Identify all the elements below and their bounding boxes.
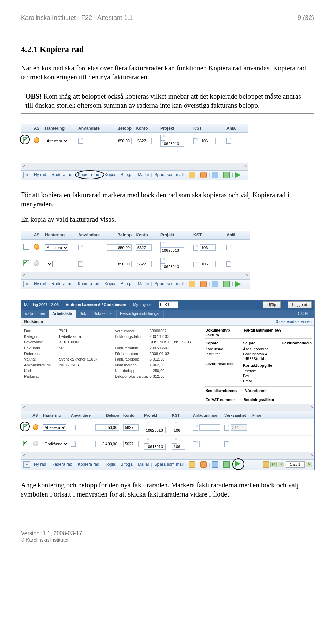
- relaterade-link[interactable]: 0 relaterade ärenden: [276, 319, 312, 324]
- kst-input[interactable]: [200, 261, 216, 267]
- user-lookup-icon[interactable]: [71, 441, 76, 447]
- kst-input[interactable]: [172, 427, 185, 433]
- mallar-link[interactable]: Mallar: [138, 172, 149, 178]
- projekt-input[interactable]: [160, 247, 184, 253]
- kopiera-link[interactable]: Kopiera rad: [78, 462, 99, 468]
- save-icon[interactable]: [212, 172, 218, 178]
- user-lookup-icon[interactable]: [78, 138, 83, 144]
- save-icon[interactable]: [212, 281, 218, 287]
- row-checkbox[interactable]: [23, 244, 29, 250]
- kopiera-link[interactable]: Kopiera rad: [78, 281, 99, 287]
- kst-lookup-icon[interactable]: [193, 245, 198, 251]
- nav-left-icon[interactable]: «: [23, 172, 30, 178]
- tab-arbetslista[interactable]: Arbetslista: [49, 310, 76, 317]
- anl-lookup-icon[interactable]: [226, 245, 231, 250]
- nyrad-link[interactable]: Ny rad: [34, 281, 46, 287]
- mail-icon[interactable]: [189, 281, 195, 287]
- pager-input[interactable]: [286, 461, 305, 468]
- user-lookup-icon[interactable]: [71, 425, 76, 430]
- bifoga-link[interactable]: Bifoga: [121, 172, 133, 178]
- user-lookup-icon[interactable]: [78, 245, 83, 250]
- verksamhet-input[interactable]: [231, 441, 247, 447]
- projekt-input[interactable]: [144, 427, 166, 433]
- scrollbar[interactable]: <>: [21, 163, 248, 170]
- anl-lookup-icon[interactable]: [226, 138, 231, 144]
- projekt-input[interactable]: [160, 264, 184, 270]
- user-icon[interactable]: [200, 172, 207, 178]
- radera-link[interactable]: Radera rad: [51, 281, 72, 287]
- kst-input[interactable]: [200, 138, 216, 144]
- spara-link[interactable]: Spara som mall: [155, 462, 184, 468]
- approve-icon[interactable]: [223, 172, 230, 178]
- approve-icon[interactable]: [223, 281, 230, 287]
- spara-link[interactable]: Spara som mall: [155, 172, 184, 178]
- anl-input[interactable]: [199, 424, 220, 431]
- nyrad-link[interactable]: Ny rad: [34, 172, 46, 178]
- kst-lookup-icon[interactable]: [172, 422, 177, 427]
- mail-icon[interactable]: [189, 461, 195, 468]
- anl-input[interactable]: [199, 441, 220, 447]
- mail-icon[interactable]: [189, 172, 195, 178]
- kst-input[interactable]: [200, 244, 216, 251]
- anl-lookup-icon[interactable]: [193, 441, 198, 447]
- verksamhet-lookup-icon[interactable]: [224, 425, 229, 431]
- pager-prev-icon[interactable]: <: [278, 462, 284, 467]
- konto-input[interactable]: [123, 424, 139, 431]
- verksamhet-input[interactable]: [231, 424, 247, 431]
- pager-first-icon[interactable]: |<: [270, 462, 277, 467]
- hantering-select[interactable]: Attestera: [45, 244, 68, 251]
- scrollbar[interactable]: <>: [21, 404, 314, 411]
- projekt-input[interactable]: [160, 141, 184, 147]
- konto-input[interactable]: [136, 138, 152, 144]
- user-lookup-icon[interactable]: [78, 261, 83, 267]
- kopia-link[interactable]: Kopia: [105, 462, 116, 468]
- nav-left-icon[interactable]: «: [23, 461, 30, 468]
- radera-link[interactable]: Radera rad: [51, 462, 72, 468]
- hantering-select[interactable]: [45, 261, 53, 267]
- projekt-lookup-icon[interactable]: [160, 242, 165, 247]
- kst-lookup-icon[interactable]: [193, 138, 198, 144]
- belopp-input[interactable]: [95, 424, 119, 431]
- konto-input[interactable]: [136, 261, 152, 267]
- hantering-select[interactable]: Godkänna: [43, 441, 68, 447]
- nyrad-link[interactable]: Ny rad: [34, 462, 46, 468]
- help-button[interactable]: Hjälp: [263, 301, 281, 308]
- row-checkbox[interactable]: [23, 441, 29, 446]
- belopp-input[interactable]: [107, 138, 132, 144]
- myndighet-input[interactable]: [159, 301, 178, 308]
- tab-sök[interactable]: Sök: [76, 310, 90, 317]
- forward-arrow-icon[interactable]: [235, 172, 241, 178]
- tab-välkommen[interactable]: Välkommen: [21, 310, 49, 317]
- kst-lookup-icon[interactable]: [172, 438, 177, 444]
- mallar-link[interactable]: Mallar: [138, 462, 149, 468]
- kst-lookup-icon[interactable]: [193, 262, 198, 267]
- belopp-input[interactable]: [107, 261, 132, 267]
- belopp-input[interactable]: [95, 441, 119, 447]
- hantering-select[interactable]: Attestera: [45, 138, 68, 144]
- bifoga-link[interactable]: Bifoga: [121, 462, 133, 468]
- logout-button[interactable]: Logga ut: [288, 301, 312, 308]
- konto-input[interactable]: [136, 244, 152, 251]
- pager-next-icon[interactable]: >: [306, 462, 312, 467]
- forward-arrow-icon[interactable]: [235, 281, 241, 287]
- home-icon[interactable]: [263, 461, 269, 468]
- kopia-link[interactable]: Kopia: [105, 172, 116, 178]
- user-icon[interactable]: [200, 461, 207, 468]
- radera-link[interactable]: Radera rad: [51, 172, 72, 178]
- tab-sökresultat[interactable]: Sökresultat: [90, 310, 117, 317]
- projekt-input[interactable]: [144, 444, 166, 450]
- user-icon[interactable]: [200, 281, 207, 287]
- spara-link[interactable]: Spara som mall: [155, 281, 184, 287]
- bifoga-link[interactable]: Bifoga: [121, 281, 133, 287]
- projekt-lookup-icon[interactable]: [160, 258, 165, 264]
- save-icon[interactable]: [212, 461, 218, 468]
- konto-input[interactable]: [123, 441, 139, 447]
- projekt-lookup-icon[interactable]: [144, 438, 149, 444]
- nav-left-icon[interactable]: «: [23, 281, 30, 287]
- tab-personliga inställningar[interactable]: Personliga inställningar: [117, 310, 164, 317]
- anl-lookup-icon[interactable]: [226, 261, 231, 267]
- hantering-select[interactable]: Attestera: [43, 424, 66, 431]
- kopia-link[interactable]: Kopia: [105, 281, 116, 287]
- approve-icon[interactable]: [223, 461, 230, 468]
- scrollbar[interactable]: <>: [21, 272, 250, 279]
